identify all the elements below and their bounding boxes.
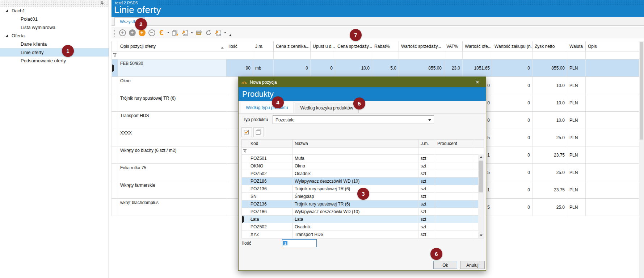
- cell-opis[interactable]: XXXX: [118, 129, 226, 146]
- cell-producent[interactable]: [435, 200, 474, 208]
- cell-opis2[interactable]: [586, 129, 639, 146]
- list-item[interactable]: OKNO Okno szt: [242, 162, 484, 170]
- cell-waluta[interactable]: PLN: [567, 164, 586, 181]
- list-item[interactable]: POZ501 Mufa szt: [242, 155, 484, 162]
- cell-producent[interactable]: [435, 208, 474, 216]
- toolbar-overflow-icon[interactable]: [229, 34, 231, 36]
- grid-vertical-scrollbar[interactable]: [639, 41, 644, 278]
- cell-nazwa[interactable]: Wyłapywacz deszczówki WD (10): [292, 208, 418, 216]
- collapse-icon[interactable]: [5, 34, 8, 37]
- export-csv-button[interactable]: CSV: [214, 29, 222, 37]
- cell-opis[interactable]: wkręt blachdomplus: [118, 199, 226, 216]
- cancel-button[interactable]: Anuluj: [460, 261, 485, 269]
- dialog-titlebar[interactable]: Nowa pozycja ×: [239, 77, 486, 87]
- table-row[interactable]: FEB 50/930 90 mb 0 0 10.0 5.0 855.00 23.…: [112, 59, 639, 77]
- cell-opis2[interactable]: [586, 146, 639, 164]
- cell-kod[interactable]: Łata: [248, 216, 292, 223]
- remove-button[interactable]: −: [148, 29, 156, 37]
- col-cena-sprzedazy[interactable]: Cena sprzedaży...: [335, 41, 372, 51]
- cell-cena-sprzedazy[interactable]: 10.0: [335, 59, 372, 77]
- quantity-input[interactable]: 1: [282, 239, 317, 247]
- col-producent[interactable]: Producent: [435, 140, 474, 148]
- cell-upust[interactable]: 0: [311, 59, 335, 77]
- cell-producent[interactable]: [435, 231, 474, 238]
- cell-zysk-netto[interactable]: 25.0: [533, 129, 567, 146]
- filter-cell[interactable]: [399, 51, 444, 59]
- filter-cell[interactable]: [274, 51, 311, 59]
- sidebar-item-podsumowanie-oferty[interactable]: Podsumowanie oferty: [0, 57, 109, 65]
- cell-producent[interactable]: [435, 193, 474, 200]
- col-upust[interactable]: Upust u d...: [311, 41, 335, 51]
- cell-opis[interactable]: Wkręty do blachy (6 szt / m2): [118, 146, 226, 164]
- export-api-button[interactable]: API: [181, 29, 189, 37]
- cell-waluta[interactable]: PLN: [567, 59, 586, 77]
- cell-jm[interactable]: szt: [418, 200, 435, 208]
- cell-opis2[interactable]: [586, 59, 639, 77]
- deselect-all-button[interactable]: [253, 127, 264, 137]
- currency-button[interactable]: €: [157, 29, 165, 37]
- cell-waluta[interactable]: PLN: [567, 94, 586, 112]
- col-kod[interactable]: Kod: [248, 140, 292, 148]
- scrollbar-thumb[interactable]: [640, 42, 643, 140]
- cell-wartosc-zakupu[interactable]: 0: [492, 59, 533, 77]
- cell-kod[interactable]: XYZ: [248, 231, 292, 238]
- close-icon[interactable]: ×: [472, 77, 483, 87]
- add-button-gray[interactable]: +: [128, 29, 136, 37]
- col-jm[interactable]: J.m.: [253, 41, 274, 51]
- cell-kod[interactable]: POZ501: [248, 155, 292, 162]
- col-opis-pozycji[interactable]: Opis pozycji oferty: [118, 41, 226, 51]
- sidebar-group-oferta[interactable]: Oferta: [0, 32, 109, 40]
- cell-zysk-netto[interactable]: 10.0: [533, 112, 567, 129]
- filter-cell[interactable]: [253, 51, 274, 59]
- sidebar-item-linie-oferty[interactable]: Linie oferty: [0, 48, 109, 57]
- cell-kod[interactable]: OKNO: [248, 162, 292, 170]
- cell-waluta[interactable]: PLN: [567, 146, 586, 164]
- cell-opis[interactable]: Trójnik rury spustowej TR (6): [118, 94, 226, 112]
- cell-opis2[interactable]: [586, 199, 639, 216]
- cell-kod[interactable]: POZ136: [248, 185, 292, 193]
- sidebar-item-dane-klienta[interactable]: Dane klienta: [0, 40, 109, 48]
- filter-cell[interactable]: [444, 51, 463, 59]
- cell-wartosc-zakupu[interactable]: 0: [492, 77, 533, 94]
- col-rabat[interactable]: Rabat%: [372, 41, 399, 51]
- cell-jm[interactable]: szt: [418, 208, 435, 216]
- filter-cell[interactable]: [311, 51, 335, 59]
- export-csv-dropdown-icon[interactable]: [224, 32, 226, 33]
- filter-cell[interactable]: [567, 51, 586, 59]
- cell-opis[interactable]: Transport HDS: [118, 112, 226, 129]
- duplicate-button[interactable]: [171, 29, 179, 37]
- cell-vat[interactable]: 23.0: [444, 59, 463, 77]
- list-item[interactable]: POZ502 Osadnik szt: [242, 223, 484, 231]
- filter-cell[interactable]: [372, 51, 399, 59]
- cell-wartosc-zakupu[interactable]: 0: [492, 129, 533, 146]
- cell-kod[interactable]: POZ502: [248, 223, 292, 231]
- cell-jm[interactable]: szt: [418, 216, 435, 223]
- cell-wartosc-zakupu[interactable]: 0: [492, 146, 533, 164]
- collapse-icon[interactable]: [5, 9, 8, 12]
- cell-producent[interactable]: [435, 223, 474, 231]
- cell-waluta[interactable]: PLN: [567, 199, 586, 216]
- filter-cell[interactable]: [586, 51, 639, 59]
- cell-jm[interactable]: szt: [418, 193, 435, 200]
- list-item[interactable]: POZ136 Trójnik rury spustowej TR (6) szt: [242, 200, 484, 208]
- cell-waluta[interactable]: PLN: [567, 181, 586, 199]
- cell-wartosc-zakupu[interactable]: 0: [492, 199, 533, 216]
- cell-producent[interactable]: [435, 162, 474, 170]
- col-jm[interactable]: J.m.: [418, 140, 435, 148]
- cell-cena-z-cennika[interactable]: 0: [274, 59, 311, 77]
- filter-cell[interactable]: [118, 51, 226, 59]
- cell-producent[interactable]: [435, 170, 474, 178]
- cell-producent[interactable]: [435, 216, 474, 223]
- cell-kod[interactable]: SN: [248, 193, 292, 200]
- cell-wartosc-zakupu[interactable]: 0: [492, 164, 533, 181]
- cell-opis2[interactable]: [586, 181, 639, 199]
- cell-zysk-netto[interactable]: 23.75: [533, 181, 567, 199]
- col-waluta[interactable]: Waluta: [567, 41, 586, 51]
- col-zysk-netto[interactable]: Zysk netto: [533, 41, 567, 51]
- cell-wartosc-zakupu[interactable]: 0: [492, 181, 533, 199]
- filter-cell[interactable]: [463, 51, 492, 59]
- cell-opis[interactable]: Okno: [118, 77, 226, 94]
- col-vat[interactable]: VAT%: [444, 41, 463, 51]
- cell-waluta[interactable]: PLN: [567, 77, 586, 94]
- cell-zysk-netto[interactable]: 10.0: [533, 94, 567, 112]
